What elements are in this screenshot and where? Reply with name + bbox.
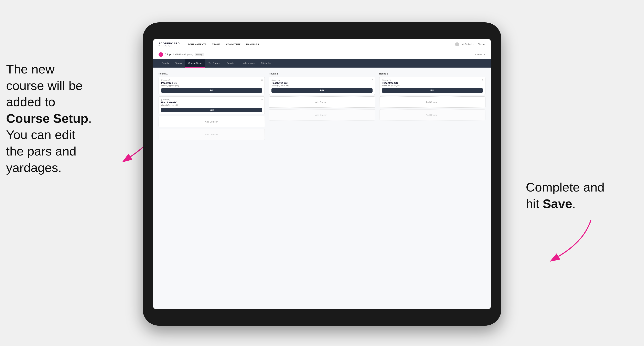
round2-course-a-tee: Yellow (M) (6629 yds) [272,85,372,87]
round1-course-a-name: Peachtree GC [161,82,262,84]
round1-course-a-tag: (Course A) [161,79,262,81]
round1-course-b-edit-btn[interactable]: Edit [161,108,262,112]
round3-course-a-delete-icon[interactable]: ⊘ [482,79,484,81]
right-arrow [546,216,603,263]
nav-right: blair@clippd.io | Sign out [455,42,486,46]
round3-add-course-2-label: Add Course [426,114,437,116]
round3-course-a-card: (Course A) Peachtree GC Yellow (M) (6629… [379,77,486,95]
round1-add-course-1[interactable]: Add Course + [158,116,265,127]
round1-course-b-delete-icon[interactable]: ⊘ [261,98,263,101]
round3-add-course-1[interactable]: Add Course + [379,96,486,108]
round-1-label: Round 1 [158,72,265,75]
nav-avatar [455,42,459,46]
cancel-x-icon: ✕ [483,53,486,56]
round1-course-b-tag: (Course B) [161,99,262,101]
tournament-logo: C [158,52,163,57]
nav-committee[interactable]: COMMITTEE [226,42,241,46]
cancel-button[interactable]: Cancel ✕ [476,53,486,56]
round-2-label: Round 2 [269,72,375,75]
nav-email: blair@clippd.io [461,43,474,45]
gender-badge: (Men) [187,53,193,56]
rounds-grid: Round 1 (Course A) Peachtree GC Yellow (… [158,72,486,305]
tablet-device: SCOREBOARD Powered by clippd TOURNAMENTS… [143,22,501,326]
round3-add-course-2: Add Course + [379,109,486,121]
round3-course-a-edit-btn[interactable]: Edit [382,88,483,93]
round3-add-course-1-label: Add Course [426,101,437,103]
nav-teams[interactable]: TEAMS [212,42,220,46]
round2-add-course-2-plus: + [327,113,329,116]
round1-course-a-delete-icon[interactable]: ⊘ [261,79,263,81]
round-3-col: Round 3 (Course A) Peachtree GC Yellow (… [379,72,486,305]
tournament-name-area: C Clippd Invitational (Men) Hosting [158,52,204,57]
round1-add-course-2-label: Add Course [205,133,217,136]
round2-add-course-1-label: Add Course [315,101,327,103]
nav-rankings[interactable]: RANKINGS [246,42,259,46]
hosting-badge: Hosting [195,53,204,56]
round-2-col: Round 2 (Course A) Peachtree GC Yellow (… [269,72,375,305]
round2-course-a-tag: (Course A) [272,79,372,81]
round3-course-a-tag: (Course A) [382,79,483,81]
round1-course-b-tee: Black (M) (6891 yds) [161,104,262,106]
round1-course-a-tee: Yellow (M) (6629 yds) [161,85,262,87]
round2-add-course-1-plus: + [327,101,329,104]
round3-add-course-2-plus: + [438,113,439,116]
tab-tee-groups[interactable]: Tee Groups [205,59,223,68]
round1-add-course-1-label: Add Course [205,121,217,123]
round2-course-a-edit-btn[interactable]: Edit [272,88,372,93]
round-3-label: Round 3 [379,72,486,75]
round2-course-a-delete-icon[interactable]: ⊘ [372,79,373,81]
round1-add-course-1-plus: + [217,120,218,123]
top-nav: SCOREBOARD Powered by clippd TOURNAMENTS… [153,39,491,50]
round2-course-a-card: (Course A) Peachtree GC Yellow (M) (6629… [269,77,375,95]
scoreboard-logo: SCOREBOARD Powered by clippd [158,42,180,47]
nav-items: TOURNAMENTS TEAMS COMMITTEE RANKINGS [188,42,448,46]
tab-teams[interactable]: Teams [172,59,185,68]
round2-course-a-name: Peachtree GC [272,82,372,84]
logo-title: SCOREBOARD [158,42,180,45]
sign-out-link[interactable]: Sign out [478,43,486,45]
round2-add-course-2: Add Course + [269,109,375,121]
tablet-screen: SCOREBOARD Powered by clippd TOURNAMENTS… [153,39,491,309]
logo-sub: Powered by clippd [158,45,180,47]
round-1-col: Round 1 (Course A) Peachtree GC Yellow (… [158,72,265,305]
tab-leaderboards[interactable]: Leaderboards [238,59,258,68]
round2-add-course-2-label: Add Course [315,114,327,116]
round1-add-course-2-plus: + [217,133,218,136]
tournament-bar: C Clippd Invitational (Men) Hosting Canc… [153,50,491,59]
main-content: Round 1 (Course A) Peachtree GC Yellow (… [153,68,491,309]
round3-add-course-1-plus: + [438,101,439,104]
round1-course-a-edit-btn[interactable]: Edit [161,88,262,93]
right-annotation: Complete and hit Save. [526,179,638,212]
tabs-bar: Details Teams Course Setup Tee Groups Re… [153,59,491,68]
round1-course-a-card: (Course A) Peachtree GC Yellow (M) (6629… [158,77,265,95]
round1-add-course-2: Add Course + [158,129,265,140]
round2-add-course-1[interactable]: Add Course + [269,96,375,108]
tab-course-setup[interactable]: Course Setup [185,59,205,68]
tournament-title: Clippd Invitational [165,53,186,56]
round3-course-a-tee: Yellow (M) (6629 yds) [382,85,483,87]
round1-course-b-card: (Course B) East Lake GC Black (M) (6891 … [158,96,265,114]
tab-results[interactable]: Results [223,59,238,68]
nav-tournaments[interactable]: TOURNAMENTS [188,42,206,46]
tab-details[interactable]: Details [158,59,172,68]
round1-course-b-name: East Lake GC [161,101,262,104]
round3-course-a-name: Peachtree GC [382,82,483,84]
tab-printables[interactable]: Printables [258,59,274,68]
